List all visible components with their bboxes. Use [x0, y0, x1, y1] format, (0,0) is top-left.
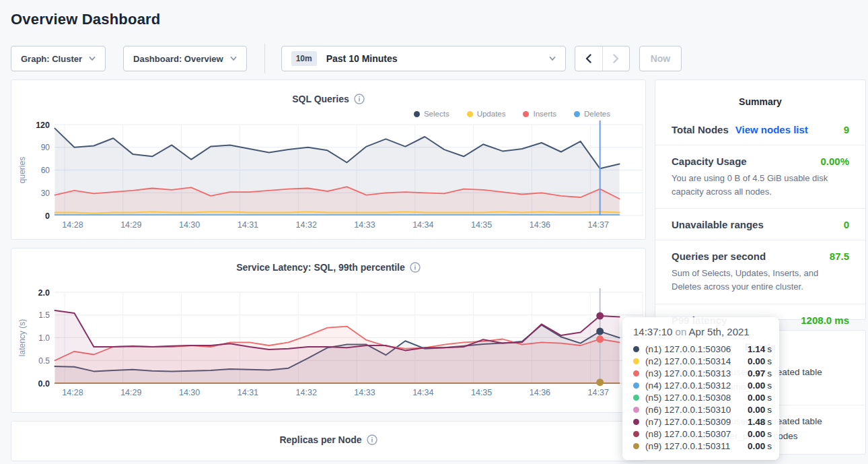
node-latency-unit: s: [767, 417, 772, 427]
node-address: (n9) 127.0.0.1:50311: [645, 441, 748, 451]
replicas-panel: Replicas per Node: [11, 421, 646, 461]
summary-row-label: Unavailable ranges: [672, 219, 764, 230]
time-back-button[interactable]: [575, 46, 602, 71]
node-latency-unit: s: [767, 429, 772, 439]
svg-text:14:31: 14:31: [238, 220, 258, 230]
chart-hover-tooltip: 14:37:10 on Apr 5th, 2021 (n1) 127.0.0.1…: [622, 317, 779, 460]
node-color-dot: [633, 370, 639, 376]
node-color-dot: [633, 395, 639, 401]
svg-text:60: 60: [41, 166, 50, 175]
time-range-badge: 10m: [291, 51, 317, 66]
node-color-dot: [633, 443, 639, 449]
node-address: (n5) 127.0.0.1:50308: [645, 393, 748, 403]
chevron-right-icon: [612, 54, 620, 63]
node-latency-unit: s: [767, 405, 772, 415]
svg-text:14:30: 14:30: [179, 220, 200, 230]
node-latency-unit: s: [767, 356, 772, 366]
node-address: (n3) 127.0.0.1:50313: [645, 368, 748, 378]
svg-text:120: 120: [36, 121, 50, 130]
svg-text:14:35: 14:35: [471, 388, 492, 397]
summary-row: Total NodesView nodes list9: [655, 114, 865, 145]
charts-column: SQL Queries SelectsUpdatesInsertsDeletes…: [11, 79, 646, 461]
replicas-title: Replicas per Node: [279, 434, 361, 445]
dashboard-dropdown-label: Dashboard: Overview: [133, 54, 223, 64]
summary-row: Queries per second87.5Sum of Selects, Up…: [655, 240, 865, 303]
chevron-down-icon: [549, 55, 556, 62]
node-latency-unit: s: [767, 368, 772, 378]
legend-item-updates[interactable]: Updates: [467, 110, 506, 118]
svg-text:14:33: 14:33: [354, 220, 375, 230]
legend-dot: [574, 111, 580, 117]
node-latency-value: 0.00: [748, 356, 765, 366]
dashboard-dropdown[interactable]: Dashboard: Overview: [123, 46, 247, 71]
svg-text:14:32: 14:32: [296, 388, 317, 397]
node-color-dot: [633, 419, 639, 425]
legend-label: Inserts: [533, 110, 556, 118]
node-color-dot: [633, 383, 639, 389]
node-address: (n4) 127.0.0.1:50312: [645, 380, 748, 391]
sql-queries-legend: SelectsUpdatesInsertsDeletes: [414, 110, 610, 118]
summary-title: Summary: [655, 80, 865, 114]
legend-dot: [414, 111, 420, 117]
node-latency-value: 1.14: [748, 344, 765, 354]
time-forward-button[interactable]: [602, 46, 629, 71]
legend-dot: [523, 111, 529, 117]
legend-label: Deletes: [584, 110, 610, 118]
node-color-dot: [633, 346, 639, 352]
service-latency-title: Service Latency: SQL, 99th percentile: [236, 262, 405, 273]
tooltip-node-row: (n9) 127.0.0.1:503110.00s: [633, 440, 768, 452]
summary-row-description: You are using 0 B of 4.5 GiB usable disk…: [672, 172, 849, 199]
node-latency-value: 0.00: [748, 429, 765, 439]
legend-item-inserts[interactable]: Inserts: [523, 110, 556, 118]
info-icon[interactable]: [410, 262, 421, 273]
sql-queries-panel: SQL Queries SelectsUpdatesInsertsDeletes…: [11, 79, 646, 240]
svg-text:14:32: 14:32: [296, 220, 317, 230]
svg-text:2.0: 2.0: [38, 288, 50, 298]
svg-text:0.0: 0.0: [38, 379, 50, 389]
node-address: (n1) 127.0.0.1:50306: [645, 344, 748, 354]
svg-text:14:37: 14:37: [588, 220, 609, 230]
service-latency-chart[interactable]: 0.00.51.01.52.014:2814:2914:3014:3114:32…: [11, 278, 645, 402]
tooltip-node-row: (n4) 127.0.0.1:503120.00s: [633, 379, 768, 391]
node-latency-unit: s: [767, 380, 772, 391]
service-latency-panel: Service Latency: SQL, 99th percentile 0.…: [11, 248, 646, 413]
toolbar-divider: [264, 44, 265, 73]
summary-row-description: Sum of Selects, Updates, Inserts, and De…: [672, 267, 849, 294]
svg-text:14:31: 14:31: [238, 388, 258, 397]
tooltip-node-row: (n2) 127.0.0.1:503140.00s: [633, 355, 768, 367]
svg-text:90: 90: [41, 143, 50, 152]
summary-row-value: 1208.0 ms: [801, 314, 849, 326]
sql-queries-chart[interactable]: 030609012014:2814:2914:3014:3114:3214:33…: [11, 110, 645, 234]
node-address: (n2) 127.0.0.1:50314: [645, 356, 748, 366]
legend-label: Selects: [424, 110, 449, 118]
graph-dropdown[interactable]: Graph: Cluster: [11, 46, 106, 71]
svg-text:0: 0: [45, 211, 50, 221]
time-range-dropdown[interactable]: 10m Past 10 Minutes: [281, 46, 566, 71]
node-latency-value: 0.97: [748, 368, 765, 378]
legend-item-deletes[interactable]: Deletes: [574, 110, 610, 118]
info-icon[interactable]: [354, 94, 365, 104]
node-latency-value: 0.00: [748, 405, 765, 415]
now-button[interactable]: Now: [639, 46, 682, 71]
legend-dot: [467, 111, 473, 117]
summary-row: Capacity Usage0.00%You are using 0 B of …: [655, 145, 865, 208]
view-nodes-list-link[interactable]: View nodes list: [735, 124, 808, 135]
time-range-label: Past 10 Minutes: [326, 53, 540, 64]
node-latency-unit: s: [767, 393, 772, 403]
legend-item-selects[interactable]: Selects: [414, 110, 449, 118]
info-icon[interactable]: [367, 434, 377, 445]
node-latency-value: 1.48: [748, 417, 765, 427]
tooltip-node-row: (n8) 127.0.0.1:503070.00s: [633, 428, 768, 440]
svg-text:14:28: 14:28: [62, 220, 83, 230]
summary-panel: Summary Total NodesView nodes list9Capac…: [655, 79, 866, 320]
node-latency-unit: s: [767, 344, 772, 354]
svg-text:14:28: 14:28: [62, 388, 83, 397]
svg-text:14:29: 14:29: [120, 220, 141, 230]
node-latency-value: 0.00: [748, 393, 765, 403]
legend-label: Updates: [477, 110, 506, 118]
summary-row-value: 9: [844, 124, 849, 135]
svg-text:1.5: 1.5: [38, 310, 50, 320]
svg-text:14:36: 14:36: [530, 220, 550, 230]
summary-row: Unavailable ranges0: [655, 208, 865, 240]
tooltip-node-row: (n7) 127.0.0.1:503091.48s: [633, 416, 768, 428]
